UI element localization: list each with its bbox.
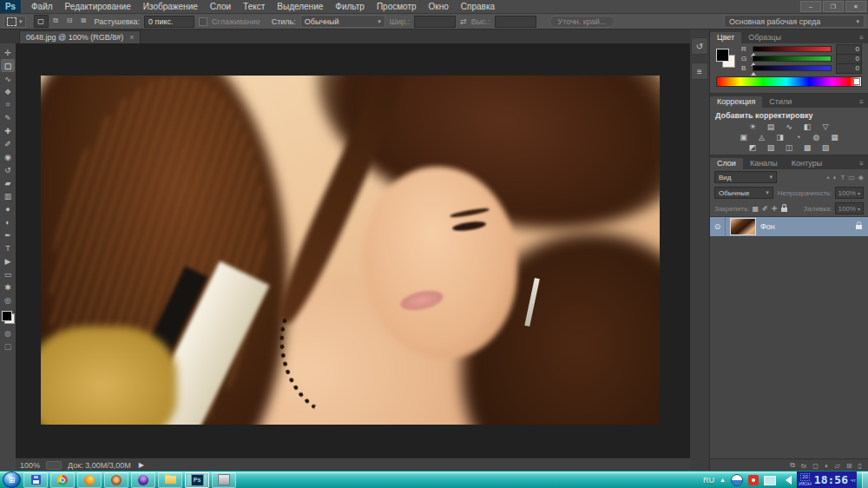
tab-swatches[interactable]: Образцы <box>741 32 788 43</box>
tool-preset-picker[interactable]: ▾ <box>3 16 26 28</box>
taskbar-app-grey[interactable] <box>212 472 236 488</box>
channel-mixer-icon[interactable]: ◍ <box>811 132 823 142</box>
lock-pixels-icon[interactable]: ✐ <box>762 205 768 213</box>
posterize-icon[interactable]: ▨ <box>765 142 777 152</box>
taskbar-app-torrent[interactable] <box>104 472 128 488</box>
properties-panel-button[interactable]: ≡ <box>691 63 708 80</box>
layer-style-icon[interactable]: fx <box>801 462 806 470</box>
zoom-level[interactable]: 100% <box>20 461 40 470</box>
history-brush-tool[interactable]: ↺ <box>1 163 15 176</box>
curves-icon[interactable]: ∿ <box>783 122 795 131</box>
layer-thumbnail[interactable] <box>730 218 756 235</box>
menu-view[interactable]: Просмотр <box>371 0 423 13</box>
layers-panel-menu-icon[interactable]: ≡ <box>855 158 868 169</box>
type-tool[interactable]: T <box>1 241 15 254</box>
layer-filter-select[interactable]: Вид ▾ <box>714 171 777 183</box>
tray-app-icon-1[interactable] <box>731 474 743 486</box>
tab-color[interactable]: Цвет <box>710 32 741 43</box>
taskbar-explorer[interactable] <box>158 472 182 488</box>
restore-button[interactable]: ❐ <box>823 1 844 12</box>
add-selection-button[interactable]: ⧉ <box>49 15 62 26</box>
menu-layers[interactable]: Слои <box>204 0 237 13</box>
levels-icon[interactable]: ▤ <box>765 122 777 131</box>
menu-edit[interactable]: Редактирование <box>59 0 137 13</box>
menu-image[interactable]: Изображение <box>137 0 204 13</box>
zoom-tool[interactable]: ◎ <box>1 293 15 307</box>
new-layer-icon[interactable]: ⊞ <box>846 462 852 470</box>
new-selection-button[interactable]: ▢ <box>34 15 49 28</box>
blur-tool[interactable]: ● <box>1 202 15 215</box>
quick-mask-button[interactable]: ◍ <box>1 326 15 340</box>
lock-transparent-icon[interactable]: ▦ <box>753 205 760 213</box>
invert-icon[interactable]: ◩ <box>746 142 759 152</box>
tab-styles[interactable]: Стили <box>762 96 799 108</box>
photoshop-logo[interactable]: Ps <box>0 0 22 13</box>
menu-file[interactable]: Файл <box>25 0 59 13</box>
show-hidden-icons[interactable]: ▲ <box>720 477 726 483</box>
menu-filter[interactable]: Фильтр <box>329 0 371 13</box>
document-tab[interactable]: 0648.jpg @ 100% (RGB/8#) × <box>19 30 141 43</box>
lock-all-icon[interactable] <box>781 208 787 212</box>
taskbar-app-save[interactable] <box>23 472 48 488</box>
hue-saturation-icon[interactable]: ▣ <box>738 132 750 142</box>
shape-tool[interactable]: ▭ <box>1 267 15 280</box>
opacity-value-box[interactable]: 100% ▾ <box>835 187 864 199</box>
height-input[interactable] <box>495 16 536 28</box>
tray-app-icon-2[interactable] <box>748 475 759 485</box>
workspace-select[interactable]: Основная рабочая среда ▾ <box>724 15 865 28</box>
color-panel-menu-icon[interactable]: ≡ <box>855 32 868 43</box>
start-button[interactable]: ⊞ <box>3 472 21 488</box>
volume-icon[interactable] <box>781 476 792 485</box>
pen-tool[interactable]: ✒ <box>1 228 15 241</box>
threshold-icon[interactable]: ◫ <box>783 142 795 152</box>
vibrance-icon[interactable]: ▽ <box>819 122 832 131</box>
selective-color-icon[interactable]: ▧ <box>819 142 832 152</box>
hand-tool[interactable]: ✱ <box>1 280 15 293</box>
red-slider[interactable] <box>753 46 832 52</box>
panel-color-swatches[interactable] <box>716 49 735 68</box>
filter-adjustment-icon[interactable]: ◐ <box>833 174 838 181</box>
filter-pixel-icon[interactable]: ▪ <box>827 174 830 181</box>
subtract-selection-button[interactable]: ⊟ <box>63 15 76 26</box>
adjustments-panel-menu-icon[interactable]: ≡ <box>855 96 868 108</box>
document-image[interactable] <box>41 76 660 425</box>
gradient-map-icon[interactable]: ▩ <box>801 142 813 152</box>
blue-slider[interactable] <box>753 65 832 71</box>
photo-filter-icon[interactable]: ◔ <box>792 132 805 142</box>
screen-mode-button[interactable]: ▢ <box>1 340 15 353</box>
tab-adjustments[interactable]: Коррекция <box>710 96 762 108</box>
style-select[interactable]: Обычный ▾ <box>300 15 385 28</box>
delete-layer-icon[interactable]: ▯ <box>858 462 862 470</box>
rectangular-marquee-tool[interactable]: ▢ <box>1 59 15 72</box>
minimize-button[interactable]: – <box>800 1 821 12</box>
color-spectrum-ramp[interactable] <box>716 76 862 87</box>
antialias-checkbox[interactable] <box>199 17 207 26</box>
filter-shape-icon[interactable]: ▭ <box>848 174 855 181</box>
lasso-tool[interactable]: ∿ <box>1 72 15 85</box>
layer-row-background[interactable]: ⊙ Фон <box>710 217 868 236</box>
close-button[interactable]: ✕ <box>845 1 866 12</box>
taskbar-clock[interactable]: 20 ИЮН 18:56 чт <box>797 472 857 488</box>
quick-selection-tool[interactable]: ❖ <box>1 85 15 98</box>
tab-layers[interactable]: Слои <box>710 158 743 169</box>
filter-smart-icon[interactable]: ◈ <box>858 174 864 181</box>
panel-foreground-swatch[interactable] <box>716 49 729 62</box>
menu-window[interactable]: Окно <box>423 0 455 13</box>
blue-value[interactable]: 0 <box>836 63 862 74</box>
color-balance-icon[interactable]: ◬ <box>756 132 768 142</box>
status-scrubber[interactable] <box>46 461 62 470</box>
menu-help[interactable]: Справка <box>455 0 501 13</box>
refine-edge-button[interactable]: Уточн. край... <box>549 16 615 28</box>
tab-close-icon[interactable]: × <box>129 33 134 42</box>
lock-position-icon[interactable]: ✛ <box>772 205 778 213</box>
blend-mode-select[interactable]: Обычные ▾ <box>714 187 773 199</box>
intersect-selection-button[interactable]: ⊠ <box>77 15 90 26</box>
brush-tool[interactable]: ✐ <box>1 137 15 150</box>
taskbar-app-firefox[interactable] <box>77 472 102 488</box>
feather-input[interactable]: 0 пикс. <box>144 16 194 28</box>
healing-brush-tool[interactable]: ✚ <box>1 124 15 137</box>
status-menu-arrow-icon[interactable]: ▶ <box>139 461 144 469</box>
taskbar-app-chrome[interactable] <box>50 472 75 488</box>
move-tool[interactable]: ✛ <box>1 46 15 59</box>
tab-paths[interactable]: Контуры <box>785 158 829 169</box>
